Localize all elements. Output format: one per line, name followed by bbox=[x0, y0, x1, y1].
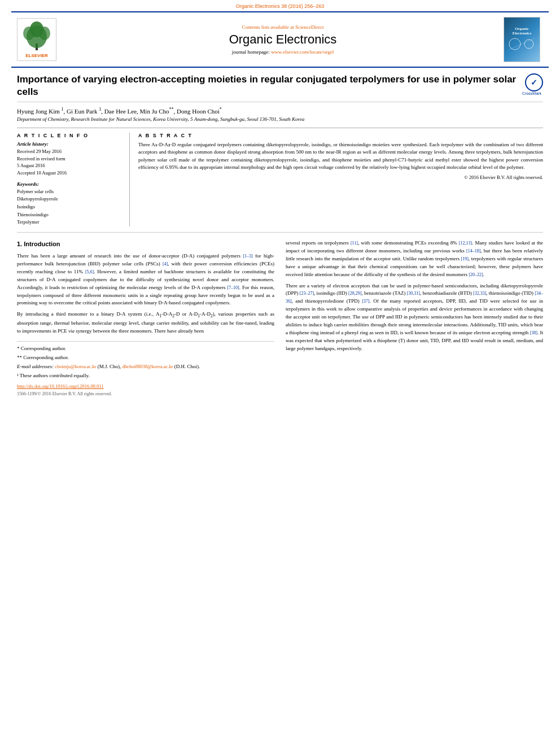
journal-citation: Organic Electronics 38 (2016) 256–263 bbox=[236, 3, 325, 9]
elsevier-tree-icon bbox=[20, 21, 54, 52]
crossmark-label: CrossMark bbox=[520, 91, 543, 95]
abstract-label: A B S T R A C T bbox=[138, 133, 543, 138]
ref-32-33: [32,33] bbox=[473, 291, 486, 296]
intro-paragraph-1: There has been a large amount of researc… bbox=[17, 252, 274, 308]
footer-notes-content: * Corresponding author. ** Corresponding… bbox=[17, 345, 274, 380]
ref-12-13: [12,13] bbox=[459, 241, 472, 246]
ref-23-27: [23–27] bbox=[300, 291, 314, 296]
journal-homepage: journal homepage: www.elsevier.com/locat… bbox=[62, 49, 504, 55]
abstract-text: Three A₁-D-A₂-D regular conjugated terpo… bbox=[138, 141, 543, 172]
ref-30-31: [30,31] bbox=[407, 291, 420, 296]
affiliation-text: Department of Chemistry, Research Instit… bbox=[17, 116, 543, 122]
abstract-paragraph: Three A₁-D-A₂-D regular conjugated terpo… bbox=[138, 141, 543, 172]
cover-graphic bbox=[506, 36, 537, 53]
received-date: Received 29 May 2016 bbox=[17, 148, 124, 155]
sciencedirect-anchor[interactable]: ScienceDirect bbox=[295, 24, 323, 30]
keyword-1: Polymer solar cells bbox=[17, 188, 124, 196]
right-paragraph-2: There are a variety of electron acceptor… bbox=[286, 282, 543, 353]
right-paragraph-1: several reports on terpolymers [11], wit… bbox=[286, 239, 543, 279]
intro-heading: 1. Introduction bbox=[17, 239, 274, 249]
revised-date: 5 August 2016 bbox=[17, 162, 124, 169]
journal-center-info: Contents lists available at ScienceDirec… bbox=[62, 24, 504, 55]
svg-point-5 bbox=[509, 38, 520, 50]
keyword-5: Terpolymer bbox=[17, 219, 124, 226]
intro-paragraph-2: By introducing a third monomer to a bina… bbox=[17, 311, 274, 335]
page-wrapper: Organic Electronics 38 (2016) 256–263 EL… bbox=[0, 0, 560, 403]
ref-11: [11] bbox=[351, 241, 358, 246]
body-section: 1. Introduction There has been a large a… bbox=[17, 232, 543, 397]
elsevier-logo-area: ELSEVIER bbox=[17, 18, 62, 61]
accepted-date: Accepted 10 August 2016 bbox=[17, 169, 124, 177]
email2-name: (D.H. Choi). bbox=[174, 364, 200, 369]
co-corresponding-note: ** Corresponding author. bbox=[17, 354, 274, 362]
article-title: Importance of varying electron-accepting… bbox=[17, 73, 520, 98]
ref-14-18: [14–18] bbox=[466, 248, 480, 254]
footnote1: ¹ These authors contributed equally. bbox=[17, 372, 274, 380]
info-abstract-section: A R T I C L E I N F O Article history: R… bbox=[17, 128, 543, 226]
ref-20-22: [20–22] bbox=[469, 272, 483, 277]
ref-19: [19] bbox=[461, 256, 469, 261]
ref-4: [4] bbox=[163, 261, 168, 267]
article-title-text: Importance of varying electron-accepting… bbox=[17, 73, 520, 98]
body-left-column: 1. Introduction There has been a large a… bbox=[17, 239, 274, 397]
journal-title: Organic Electronics bbox=[62, 32, 504, 47]
body-right-column: several reports on terpolymers [11], wit… bbox=[286, 239, 543, 397]
footer-doi-area: http://dx.doi.org/10.1016/j.orgel.2016.0… bbox=[17, 383, 274, 390]
copyright-text: © 2016 Elsevier B.V. All rights reserved… bbox=[138, 174, 543, 180]
contents-text: Contents lists available at bbox=[242, 24, 294, 30]
section-number: 1. bbox=[17, 241, 22, 247]
email1-name: (M.J. Cho), bbox=[98, 364, 121, 369]
article-title-section: Importance of varying electron-accepting… bbox=[17, 73, 543, 102]
cover-title: OrganicElectronics bbox=[513, 27, 531, 36]
doi-link[interactable]: http://dx.doi.org/10.1016/j.orgel.2016.0… bbox=[17, 383, 104, 389]
history-heading: Article history: bbox=[17, 141, 124, 147]
journal-header: ELSEVIER Contents lists available at Sci… bbox=[11, 11, 549, 68]
ref-5-6: [5,6] bbox=[85, 269, 94, 274]
keyword-2: Diketopyrrolopyrrole bbox=[17, 195, 124, 203]
article-info-column: A R T I C L E I N F O Article history: R… bbox=[17, 133, 130, 226]
authors-text: Hyung Jong Kim 1, Gi Eun Park 1, Dae Hee… bbox=[17, 108, 222, 115]
sciencedirect-link[interactable]: Contents lists available at ScienceDirec… bbox=[62, 24, 504, 30]
email1-link[interactable]: choimju@korea.ac.kr bbox=[55, 364, 96, 369]
homepage-url[interactable]: www.elsevier.com/locate/orgel bbox=[271, 49, 334, 55]
email-label: E-mail addresses: bbox=[17, 364, 54, 369]
keyword-4: Thienoisoindigo bbox=[17, 211, 124, 219]
keyword-3: Isoindigo bbox=[17, 203, 124, 211]
homepage-label: journal homepage: bbox=[232, 49, 270, 55]
received-revised-label: Received in revised form bbox=[17, 155, 124, 163]
crossmark-area[interactable]: ✓ CrossMark bbox=[520, 73, 543, 95]
ref-1-3: [1–3] bbox=[243, 254, 252, 259]
keywords-section: Keywords: Polymer solar cells Diketopyrr… bbox=[17, 181, 124, 226]
keywords-heading: Keywords: bbox=[17, 181, 124, 187]
footer-issn: 1566-1199/© 2016 Elsevier B.V. All right… bbox=[17, 391, 274, 397]
email-line: E-mail addresses: choimju@korea.ac.kr (M… bbox=[17, 363, 274, 371]
top-citation-bar: Organic Electronics 38 (2016) 256–263 bbox=[0, 0, 560, 11]
article-info-label: A R T I C L E I N F O bbox=[17, 133, 124, 138]
footer-notes: * Corresponding author. ** Corresponding… bbox=[17, 341, 274, 398]
section-title: Introduction bbox=[24, 241, 60, 247]
crossmark-icon[interactable]: ✓ bbox=[525, 73, 543, 91]
svg-point-4 bbox=[30, 21, 43, 37]
ref-7-10: [7–10] bbox=[227, 285, 239, 290]
email2-link[interactable]: dhchoi88038@korea.ac.kr bbox=[123, 364, 173, 369]
elsevier-wordmark: ELSEVIER bbox=[20, 53, 54, 58]
abstract-column: A B S T R A C T Three A₁-D-A₂-D regular … bbox=[138, 133, 543, 226]
article-history: Article history: Received 29 May 2016 Re… bbox=[17, 141, 124, 177]
corresponding-note: * Corresponding author. bbox=[17, 345, 274, 353]
ref-38: [38] bbox=[530, 330, 537, 335]
ref-37: [37] bbox=[362, 299, 369, 304]
journal-cover-image: OrganicElectronics bbox=[504, 17, 543, 62]
ref-28-29: [28,29] bbox=[348, 291, 361, 296]
article-main: Importance of varying electron-accepting… bbox=[0, 68, 560, 403]
authors-line: Hyung Jong Kim 1, Gi Eun Park 1, Dae Hee… bbox=[17, 107, 543, 115]
